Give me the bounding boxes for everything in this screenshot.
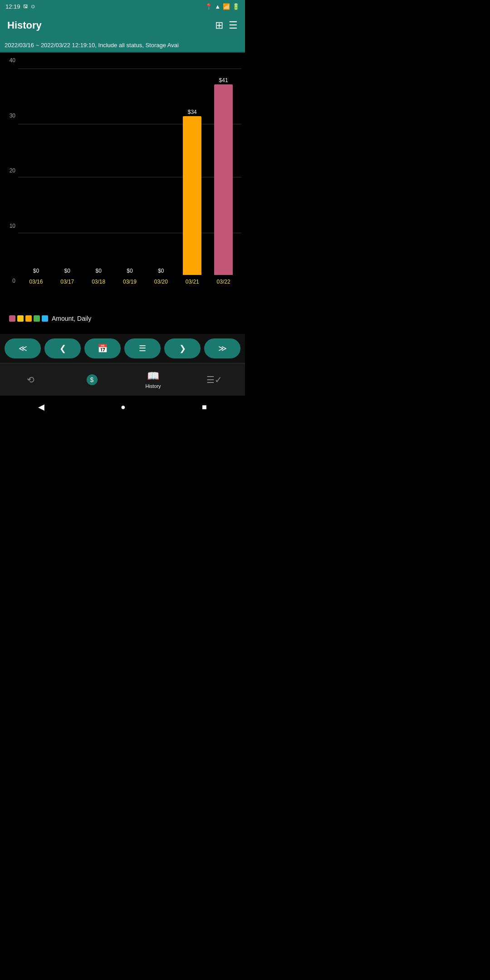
y-label-40: 40	[4, 57, 17, 64]
history-back-icon: ⟲	[27, 374, 34, 385]
bar-group-0321: $34	[176, 109, 208, 275]
sim-icon: 🖫	[23, 4, 28, 9]
recent-button[interactable]: ■	[202, 402, 207, 412]
bar-label-0319: $0	[127, 268, 132, 274]
x-label-0316: 03/16	[20, 279, 52, 285]
history-tab[interactable]: 📖 History	[122, 367, 184, 392]
legend-color-orange	[25, 315, 32, 322]
grid-view-icon[interactable]: ⊞	[215, 20, 223, 31]
calendar-button[interactable]: 📅	[84, 338, 121, 358]
y-label-20: 20	[4, 167, 17, 174]
legend-color-yellow	[17, 315, 24, 322]
x-label-0321: 03/21	[176, 279, 208, 285]
y-label-0: 0	[4, 278, 17, 284]
bar-group-0317: $0	[52, 268, 83, 275]
bar-label-0321: $34	[188, 109, 197, 115]
legend-color-blue	[42, 315, 48, 322]
android-nav: ◀ ● ■	[0, 396, 245, 418]
time-label: 12:19	[5, 3, 20, 10]
history-tab-label: History	[145, 383, 161, 389]
app-bar-actions: ⊞ ☰	[215, 20, 238, 31]
list-check-tab[interactable]: ☰✓	[184, 371, 245, 389]
status-time: 12:19 🖫 ⊙	[5, 3, 35, 10]
last-page-button[interactable]: ≫	[204, 338, 240, 358]
next-page-icon: ❯	[179, 343, 186, 353]
bar-label-0318: $0	[95, 268, 101, 274]
status-bar: 12:19 🖫 ⊙ 📍 ▲ 📶 🔋	[0, 0, 245, 13]
wifi-icon: ▲	[215, 3, 220, 10]
app-bar: History ⊞ ☰	[0, 13, 245, 38]
x-label-0319: 03/19	[114, 279, 146, 285]
chart-plot: $0 $0 $0 $0	[18, 57, 241, 289]
back-button[interactable]: ◀	[38, 402, 44, 412]
bar-group-0320: $0	[145, 268, 176, 275]
bar-0322	[214, 84, 233, 275]
bar-label-0317: $0	[64, 268, 70, 274]
bar-group-0316: $0	[20, 268, 52, 275]
money-tab[interactable]: $	[61, 371, 122, 389]
bottom-nav: ⟲ $ 📖 History ☰✓	[0, 363, 245, 396]
page-title: History	[7, 20, 42, 31]
filter-list-button[interactable]: ☰	[124, 338, 161, 358]
bar-0321	[183, 116, 201, 275]
money-icon: $	[87, 374, 98, 385]
circle-icon: ⊙	[31, 4, 35, 10]
battery-icon: 🔋	[232, 3, 240, 10]
filter-bar: 2022/03/16 ~ 2022/03/22 12:19:10, Includ…	[0, 38, 245, 53]
bar-group-0322: $41	[208, 77, 239, 275]
y-label-30: 30	[4, 113, 17, 119]
bars-area: $0 $0 $0 $0	[18, 57, 241, 275]
filter-list-icon: ☰	[139, 343, 146, 353]
filter-text: 2022/03/16 ~ 2022/03/22 12:19:10, Includ…	[5, 42, 179, 49]
list-check-icon: ☰✓	[206, 374, 222, 385]
calendar-icon: 📅	[98, 343, 108, 353]
prev-page-icon: ❮	[59, 343, 66, 353]
x-axis: 03/16 03/17 03/18 03/19 03/20 03/21 03/2…	[18, 275, 241, 289]
y-axis: 40 30 20 10 0	[4, 57, 17, 289]
nav-buttons: ≪ ❮ 📅 ☰ ❯ ≫	[0, 334, 245, 363]
location-icon: 📍	[205, 3, 212, 10]
legend-label: Amount, Daily	[52, 315, 91, 322]
status-icons: 📍 ▲ 📶 🔋	[205, 3, 240, 10]
list-view-icon[interactable]: ☰	[229, 20, 238, 31]
legend-color-green	[34, 315, 40, 322]
x-label-0320: 03/20	[145, 279, 176, 285]
first-page-button[interactable]: ≪	[5, 338, 41, 358]
last-page-icon: ≫	[218, 343, 227, 353]
chart-wrapper: 40 30 20 10 0 $0 $0	[4, 57, 241, 311]
chart-legend: Amount, Daily	[4, 311, 241, 326]
bar-group-0319: $0	[114, 268, 146, 275]
next-page-button[interactable]: ❯	[164, 338, 201, 358]
bar-label-0320: $0	[158, 268, 164, 274]
home-button[interactable]: ●	[121, 402, 126, 412]
y-label-10: 10	[4, 223, 17, 229]
x-label-0322: 03/22	[208, 279, 239, 285]
bar-group-0318: $0	[83, 268, 114, 275]
history-book-icon: 📖	[147, 370, 159, 382]
prev-page-button[interactable]: ❮	[44, 338, 81, 358]
history-back-tab[interactable]: ⟲	[0, 371, 61, 389]
first-page-icon: ≪	[19, 343, 27, 353]
bar-label-0316: $0	[33, 268, 39, 274]
x-label-0318: 03/18	[83, 279, 114, 285]
chart-container: 40 30 20 10 0 $0 $0	[0, 53, 245, 334]
x-label-0317: 03/17	[52, 279, 83, 285]
legend-color-pink	[9, 315, 15, 322]
bar-label-0322: $41	[219, 77, 228, 83]
signal-icon: 📶	[223, 3, 230, 10]
